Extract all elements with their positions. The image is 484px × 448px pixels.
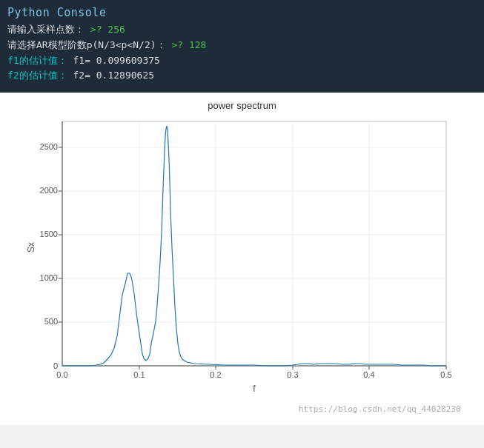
console-line-4: f2的估计值： f2= 0.12890625 [7, 68, 477, 84]
watermark: https://blog.csdn.net/qq_44028230 [24, 404, 461, 414]
svg-text:Sx: Sx [26, 242, 36, 253]
svg-text:f: f [253, 384, 256, 394]
label-4: f2的估计值： [7, 70, 67, 81]
svg-text:500: 500 [44, 317, 57, 326]
result-prefix-4: f2= [73, 70, 96, 81]
chart-container: 0 500 1000 1500 2000 2500 0.0 0.1 0.2 0.… [24, 114, 461, 403]
svg-text:0.4: 0.4 [363, 370, 374, 379]
chart-title: power spectrum [208, 100, 276, 111]
result-prefix-3: f1= [73, 55, 96, 66]
label-2: 请选择AR模型阶数p(N/3<p<N/2)： [7, 39, 166, 50]
prompt-arrow-1: >? [90, 24, 107, 35]
svg-text:0.0: 0.0 [56, 370, 67, 379]
console-line-3: f1的估计值： f1= 0.099609375 [7, 53, 477, 69]
result-value-4: 0.12890625 [96, 70, 154, 81]
svg-text:0.2: 0.2 [210, 370, 221, 379]
svg-text:0.1: 0.1 [133, 370, 145, 379]
svg-text:2000: 2000 [39, 186, 57, 195]
value-1: 256 [107, 24, 125, 35]
value-2: 128 [189, 39, 206, 50]
console-line-1: 请输入采样点数： >? 256 [7, 22, 477, 38]
svg-text:1500: 1500 [39, 230, 57, 238]
svg-text:0: 0 [53, 361, 57, 370]
label-3: f1的估计值： [7, 55, 67, 66]
chart-panel: power spectrum [0, 93, 484, 425]
label-1: 请输入采样点数： [7, 24, 84, 35]
power-spectrum-chart: 0 500 1000 1500 2000 2500 0.0 0.1 0.2 0.… [24, 114, 461, 403]
svg-text:0.3: 0.3 [287, 370, 298, 379]
result-value-3: 0.099609375 [96, 55, 160, 66]
svg-rect-0 [62, 121, 446, 366]
svg-text:1000: 1000 [39, 273, 57, 282]
console-line-2: 请选择AR模型阶数p(N/3<p<N/2)： >? 128 [7, 38, 477, 53]
console-panel: Python Console 请输入采样点数： >? 256 请选择AR模型阶数… [0, 0, 484, 93]
console-title: Python Console [7, 6, 477, 19]
svg-text:0.5: 0.5 [440, 370, 451, 379]
prompt-arrow-2: >? [171, 39, 188, 50]
svg-text:2500: 2500 [39, 142, 57, 151]
